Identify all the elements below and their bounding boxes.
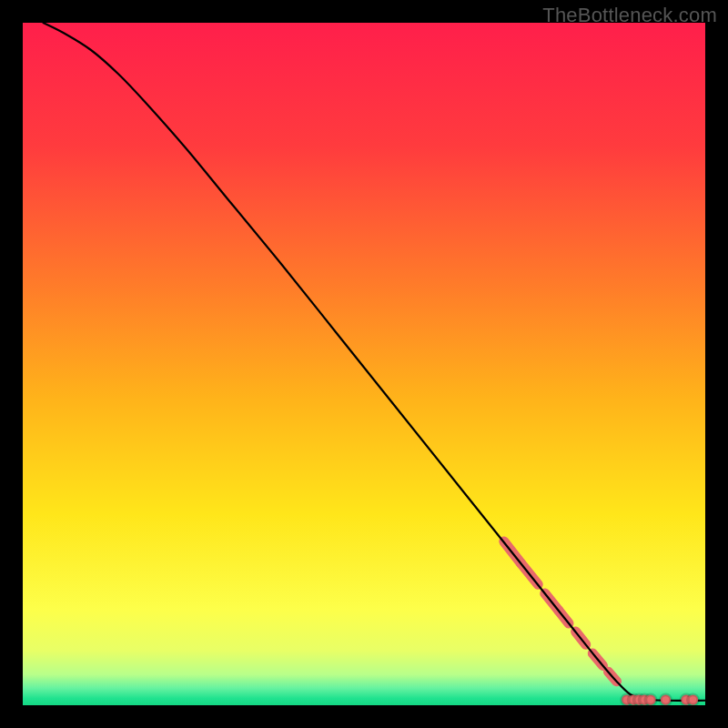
highlight-point	[688, 694, 698, 704]
highlight-points	[622, 694, 698, 704]
highlight-point	[661, 694, 671, 704]
chart-frame: TheBottleneck.com	[0, 0, 728, 728]
main-curve	[44, 23, 706, 701]
highlight-point	[645, 694, 655, 704]
source-attribution: TheBottleneck.com	[542, 4, 717, 27]
plot-area	[23, 23, 705, 705]
chart-svg	[23, 23, 705, 705]
